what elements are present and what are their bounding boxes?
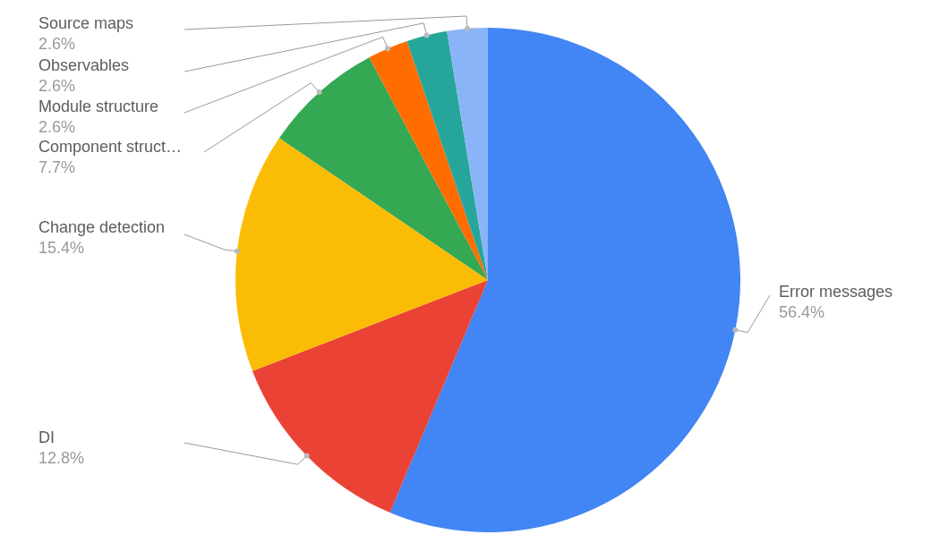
leader-dot bbox=[235, 249, 240, 254]
label-name: Module structure bbox=[38, 97, 158, 117]
label-pct: 12.8% bbox=[38, 448, 84, 469]
label-pct: 2.6% bbox=[38, 76, 129, 97]
label-name: Error messages bbox=[779, 282, 893, 302]
label-component-struct: Component struct… 7.7% bbox=[38, 137, 182, 177]
leader-dot bbox=[424, 32, 430, 38]
pie-chart bbox=[0, 0, 940, 560]
leader-line bbox=[184, 443, 307, 464]
label-pct: 56.4% bbox=[779, 302, 893, 323]
leader-line bbox=[735, 295, 770, 333]
label-pct: 2.6% bbox=[38, 34, 133, 55]
leader-dot bbox=[304, 453, 310, 458]
label-name: Component struct… bbox=[38, 137, 182, 157]
label-name: Source maps bbox=[38, 13, 133, 34]
label-name: Change detection bbox=[38, 217, 165, 238]
leader-dot bbox=[732, 327, 738, 333]
label-source-maps: Source maps 2.6% bbox=[38, 13, 133, 54]
label-di: DI 12.8% bbox=[38, 428, 84, 468]
label-name: Observables bbox=[38, 55, 129, 76]
label-pct: 15.4% bbox=[38, 238, 165, 259]
leader-dot bbox=[385, 46, 390, 51]
leader-dot bbox=[317, 89, 322, 95]
label-pct: 7.7% bbox=[38, 157, 182, 178]
label-change-detection: Change detection 15.4% bbox=[38, 217, 165, 258]
label-name: DI bbox=[38, 428, 84, 448]
label-observables: Observables 2.6% bbox=[38, 55, 129, 96]
label-module-structure: Module structure 2.6% bbox=[38, 97, 158, 137]
leader-line bbox=[184, 234, 237, 251]
leader-dot bbox=[465, 26, 470, 31]
label-error-messages: Error messages 56.4% bbox=[779, 282, 893, 322]
label-pct: 2.6% bbox=[38, 117, 158, 138]
